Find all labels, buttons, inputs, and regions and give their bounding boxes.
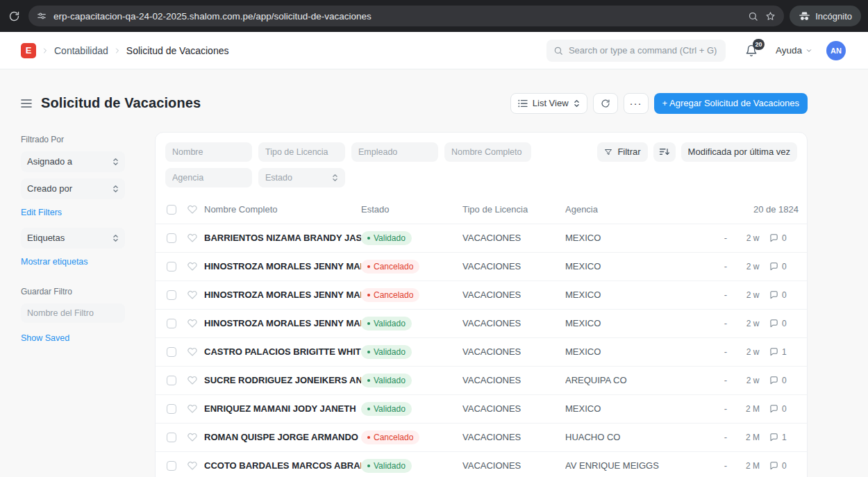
row-checkbox[interactable] (167, 461, 176, 471)
status-badge: Cancelado (361, 430, 419, 444)
created-by-label: Creado por (27, 183, 72, 194)
notifications-button[interactable]: 20 (745, 44, 758, 57)
comment-count: 1 (782, 347, 787, 357)
row-checkbox[interactable] (167, 290, 176, 300)
row-nombre-completo[interactable]: ENRIQUEZ MAMANI JODY JANETH (204, 403, 361, 414)
column-header-tipo-licencia[interactable]: Tipo de Licencia (462, 204, 565, 215)
filter-nombre-completo-input[interactable] (444, 142, 531, 162)
row-checkbox[interactable] (167, 233, 176, 243)
row-nombre-completo[interactable]: ROMAN QUISPE JORGE ARMANDO (204, 432, 361, 442)
row-comments[interactable]: 0 (769, 376, 799, 385)
filter-empleado-input[interactable] (351, 142, 438, 162)
row-comments[interactable]: 1 (769, 433, 799, 442)
row-checkbox[interactable] (167, 433, 176, 442)
bookmark-star-icon[interactable] (765, 11, 776, 22)
more-options-button[interactable]: ··· (624, 93, 649, 114)
like-heart-icon[interactable] (187, 404, 204, 413)
row-comments[interactable]: 0 (769, 404, 799, 414)
view-switcher-button[interactable]: List View (510, 93, 587, 114)
row-comments[interactable]: 0 (769, 262, 799, 271)
like-filter-icon[interactable] (187, 205, 204, 214)
row-comments[interactable]: 1 (769, 347, 799, 357)
like-heart-icon[interactable] (187, 233, 204, 242)
url-bar[interactable]: erp-capacitacion-qa-24-02-2025.shalom.co… (28, 6, 784, 26)
save-filter-label: Guardar Filtro (21, 287, 125, 296)
global-search-input[interactable]: Search or type a command (Ctrl + G) (546, 40, 726, 62)
table-row[interactable]: ENRIQUEZ MAMANI JODY JANETH Validado VAC… (156, 394, 807, 423)
row-tipo-licencia: VACACIONES (462, 261, 565, 271)
like-heart-icon[interactable] (187, 262, 204, 271)
table-row[interactable]: HINOSTROZA MORALES JENNY MARITZ Cancelad… (156, 281, 807, 309)
sort-field-button[interactable]: Modificada por última vez (681, 142, 797, 162)
reload-icon[interactable] (6, 8, 23, 25)
like-heart-icon[interactable] (187, 461, 204, 470)
row-nombre-completo[interactable]: HINOSTROZA MORALES JENNY MARITZ (204, 261, 361, 271)
search-lens-icon[interactable] (748, 11, 758, 22)
row-nombre-completo[interactable]: SUCRE RODRIGUEZ JONEIKERS ANTONI (204, 375, 361, 385)
show-tags-link[interactable]: Mostrar etiquetas (21, 257, 88, 267)
user-avatar[interactable]: AN (826, 41, 846, 60)
comment-icon (769, 319, 779, 328)
row-tipo-licencia: VACACIONES (462, 460, 565, 471)
table-row[interactable]: CASTRO PALACIOS BRIGITTE WHITNEY Validad… (156, 337, 807, 366)
refresh-icon (601, 99, 610, 108)
row-comments[interactable]: 0 (769, 233, 799, 243)
row-comments[interactable]: 0 (769, 290, 799, 300)
add-solicitud-button[interactable]: + Agregar Solicitud de Vacaciones (654, 93, 808, 114)
row-checkbox[interactable] (167, 404, 176, 414)
created-by-select[interactable]: Creado por (21, 178, 125, 199)
breadcrumb-current-page[interactable]: Solicitud de Vacaciones (126, 45, 229, 56)
row-checkbox[interactable] (167, 319, 176, 328)
refresh-button[interactable] (593, 93, 618, 114)
app-logo[interactable]: E (21, 43, 36, 58)
filter-estado-select[interactable]: Estado (258, 168, 345, 187)
table-row[interactable]: SUCRE RODRIGUEZ JONEIKERS ANTONI Validad… (156, 366, 807, 394)
row-nombre-completo[interactable]: BARRIENTOS NIZAMA BRANDY JASID (204, 233, 361, 243)
comment-count: 1 (782, 433, 787, 442)
table-row[interactable]: HINOSTROZA MORALES JENNY MARITZ Cancelad… (156, 252, 807, 281)
like-heart-icon[interactable] (187, 290, 204, 299)
row-nombre-completo[interactable]: HINOSTROZA MORALES JENNY MARITZ (204, 290, 361, 300)
table-row[interactable]: BARRIENTOS NIZAMA BRANDY JASID Validado … (156, 224, 807, 252)
filter-tipo-licencia-input[interactable] (258, 142, 345, 162)
column-header-nombre-completo[interactable]: Nombre Completo (204, 204, 361, 215)
help-menu-button[interactable]: Ayuda (776, 45, 812, 56)
row-comments[interactable]: 0 (769, 319, 799, 328)
column-header-agencia[interactable]: Agencia (565, 204, 715, 215)
filter-nombre-input[interactable] (165, 142, 252, 162)
filter-button[interactable]: Filtrar (597, 142, 647, 162)
site-settings-icon[interactable] (37, 11, 47, 21)
column-header-estado[interactable]: Estado (361, 204, 462, 215)
like-heart-icon[interactable] (187, 376, 204, 385)
table-row[interactable]: HINOSTROZA MORALES JENNY MARITZ Validado… (156, 309, 807, 337)
row-checkbox[interactable] (167, 262, 176, 271)
show-saved-link[interactable]: Show Saved (21, 333, 69, 343)
status-badge: Cancelado (361, 260, 419, 274)
select-all-checkbox[interactable] (167, 205, 176, 215)
status-label: Validado (374, 376, 406, 385)
table-row[interactable]: CCOTO BARDALES MARCOS ABRAHAM Validado V… (156, 451, 807, 477)
row-checkbox[interactable] (167, 376, 176, 385)
row-checkbox[interactable] (167, 347, 176, 357)
table-row[interactable]: ROMAN QUISPE JORGE ARMANDO Cancelado VAC… (156, 423, 807, 451)
like-heart-icon[interactable] (187, 347, 204, 356)
like-heart-icon[interactable] (187, 319, 204, 328)
like-heart-icon[interactable] (187, 433, 204, 442)
tags-select[interactable]: Etiquetas (21, 228, 125, 249)
filter-sidebar: Filtrado Por Asignado a Creado por Edit … (21, 132, 125, 353)
row-comments[interactable]: 0 (769, 461, 799, 471)
sidebar-toggle-icon[interactable] (21, 99, 32, 108)
breadcrumb-contabilidad[interactable]: Contabilidad (54, 45, 108, 56)
select-carets-icon (112, 158, 119, 166)
sort-direction-button[interactable] (653, 142, 676, 162)
row-nombre-completo[interactable]: CCOTO BARDALES MARCOS ABRAHAM (204, 460, 361, 471)
comment-icon (769, 290, 779, 300)
row-nombre-completo[interactable]: HINOSTROZA MORALES JENNY MARITZ (204, 318, 361, 328)
filter-name-input[interactable] (21, 303, 125, 323)
row-nombre-completo[interactable]: CASTRO PALACIOS BRIGITTE WHITNEY (204, 346, 361, 357)
row-tipo-licencia: VACACIONES (462, 318, 565, 328)
edit-filters-link[interactable]: Edit Filters (21, 208, 62, 217)
filter-agencia-input[interactable] (165, 168, 252, 187)
status-badge: Validado (361, 459, 412, 473)
assigned-to-select[interactable]: Asignado a (21, 151, 125, 172)
